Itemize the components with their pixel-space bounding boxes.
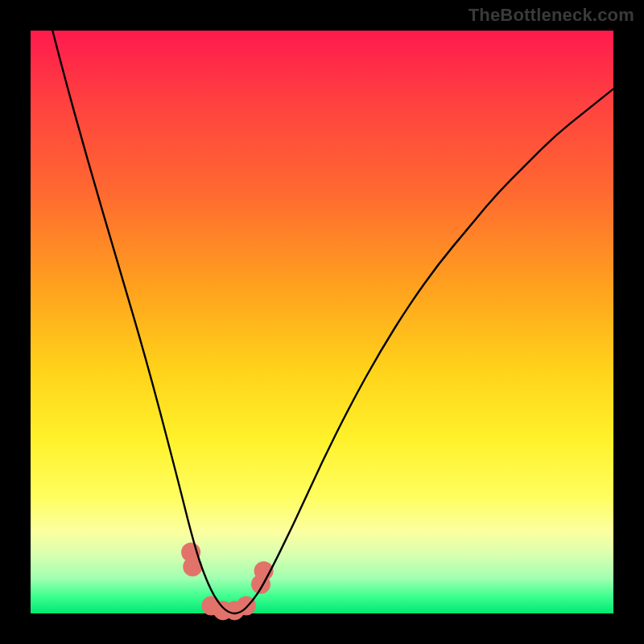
chart-svg (31, 31, 613, 613)
watermark-text: TheBottleneck.com (469, 5, 634, 26)
bottleneck-curve-path (31, 0, 613, 613)
chart-frame: TheBottleneck.com (0, 0, 644, 644)
chart-plot-area (31, 31, 613, 613)
marker-group (181, 543, 274, 620)
